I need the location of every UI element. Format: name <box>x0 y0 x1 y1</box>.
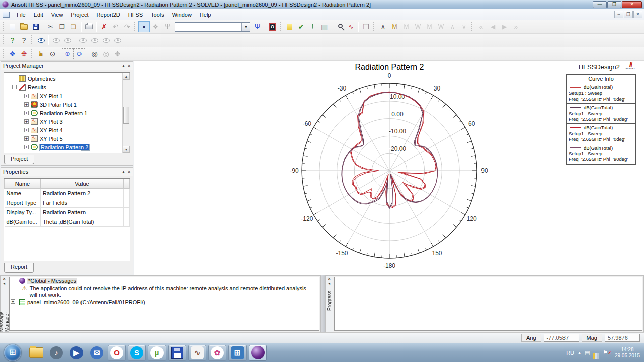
marker-min-button[interactable]: W <box>412 21 424 32</box>
close-button[interactable]: ✕ <box>622 1 642 8</box>
expand-icon[interactable]: + <box>24 136 29 141</box>
help-topics-button[interactable]: ? <box>7 35 18 46</box>
taskbar-item-volume[interactable]: ♪ <box>47 345 65 361</box>
hide-selection-button[interactable] <box>50 35 62 46</box>
taskbar-item-utorrent[interactable]: µ <box>148 345 166 361</box>
toolbar-grip[interactable] <box>3 35 5 45</box>
model-tree-button[interactable]: Ψ <box>252 21 263 32</box>
tab-report[interactable]: Report <box>4 263 34 273</box>
toolbar-grip[interactable] <box>471 22 474 32</box>
property-value[interactable]: Radiation Pattern 2 <box>41 188 124 198</box>
render-shaded-button[interactable]: ❉ <box>18 48 30 59</box>
view-visibility-button[interactable] <box>35 35 47 46</box>
collapse-icon[interactable]: - <box>12 85 17 89</box>
zoom-in-button[interactable]: ⊕ <box>62 48 73 59</box>
zoom-report-button[interactable] <box>334 21 345 32</box>
expand-icon[interactable]: + <box>11 299 15 304</box>
new-button[interactable] <box>7 21 18 32</box>
taskbar-item-explorer[interactable] <box>27 345 45 361</box>
panel-close-icon[interactable]: ✕ <box>127 64 131 68</box>
view-option-1-button[interactable] <box>77 35 89 46</box>
open-button[interactable] <box>18 21 30 32</box>
expand-icon[interactable]: + <box>24 128 29 132</box>
tree-scrollbar[interactable]: ▲ ▼ <box>122 73 130 153</box>
panel-collapse-icon[interactable]: ▲ <box>121 64 125 68</box>
mdi-minimize-button[interactable]: – <box>614 11 623 18</box>
taskbar-item-hfss[interactable] <box>249 345 267 361</box>
global-messages-label[interactable]: *Global - Messages <box>27 278 77 284</box>
paste-button[interactable]: ❑ <box>68 21 79 32</box>
expand-icon[interactable]: + <box>24 102 29 107</box>
action-center-icon[interactable]: ▤ <box>585 349 590 356</box>
tree-item-radiation-pattern-1[interactable]: +Radiation Pattern 1 <box>5 109 130 117</box>
toolbar-grip[interactable] <box>31 49 34 59</box>
select-edge-button[interactable]: Ψ <box>162 21 173 32</box>
taskbar-item-sketch-app[interactable]: ∿ <box>188 345 206 361</box>
combo-value[interactable] <box>175 23 242 31</box>
minimize-button[interactable]: — <box>593 1 607 8</box>
taskbar-item-paint-app[interactable]: ✿ <box>208 345 226 361</box>
selection-combo[interactable]: ▼ <box>175 22 250 32</box>
tree-item-xy-plot-5[interactable]: +XY Plot 5 <box>5 134 130 143</box>
flag-icon[interactable]: ⚑✗ <box>603 349 611 356</box>
menu-edit[interactable]: Edit <box>30 11 47 19</box>
pan-button[interactable]: ☛ <box>35 48 47 59</box>
dock-close-icon[interactable]: ✕ <box>3 277 6 281</box>
toolbar-grip[interactable] <box>373 22 376 32</box>
tree-item-radiation-pattern-2[interactable]: +Radiation Pattern 2 <box>5 143 130 151</box>
menu-tools[interactable]: Tools <box>147 11 168 19</box>
validate-button[interactable] <box>284 21 295 32</box>
menu-hfss[interactable]: HFSS <box>124 11 147 19</box>
nav-first-button[interactable]: « <box>475 21 487 32</box>
taskbar-item-media-player[interactable]: ▶ <box>67 345 86 361</box>
menu-view[interactable]: View <box>47 11 67 19</box>
dock-pin-icon[interactable]: ◂ <box>328 281 330 286</box>
project-messages-label[interactable]: panel_mimo2600_09 (C:/Antenn/Fail/01PROF… <box>27 299 145 306</box>
save-button[interactable] <box>30 21 41 32</box>
marker-valley-button[interactable]: W <box>435 21 447 32</box>
context-help-button[interactable]: ? <box>18 35 30 46</box>
nav-prev-button[interactable]: ◀ <box>487 21 499 32</box>
nav-last-button[interactable]: » <box>510 21 522 32</box>
taskbar-item-mail[interactable]: ✉ <box>88 345 106 361</box>
clock[interactable]: 14:28 29.05.2015 <box>615 347 640 359</box>
analyze-button[interactable]: ! <box>307 21 318 32</box>
taskbar-item-opera[interactable]: O <box>108 345 126 361</box>
toolbar-grip[interactable] <box>3 49 5 59</box>
orient-button[interactable]: ✥ <box>112 48 123 59</box>
rotate-button[interactable]: ⊙ <box>47 48 58 59</box>
property-row[interactable]: Display Ty...Radiation Pattern <box>5 207 130 217</box>
marker-max-button[interactable]: ∧ <box>377 21 389 32</box>
solution-data-button[interactable]: ▥ <box>318 21 330 32</box>
menu-project[interactable]: Project <box>67 11 92 19</box>
delete-button[interactable]: ✗ <box>98 21 110 32</box>
toolbar-grip[interactable] <box>134 22 137 32</box>
scroll-up-icon[interactable]: ▲ <box>123 73 130 80</box>
network-icon[interactable] <box>593 353 599 359</box>
menu-report2d[interactable]: Report2D <box>93 11 124 19</box>
property-row[interactable]: Report TypeFar Fields <box>5 198 130 207</box>
print-button[interactable] <box>83 21 95 32</box>
property-value[interactable]: Radiation Pattern <box>41 207 124 217</box>
collapse-icon[interactable]: - <box>11 278 15 282</box>
taskbar-item-save-app[interactable] <box>168 345 186 361</box>
expand-icon[interactable]: + <box>24 119 29 124</box>
marker-up-button[interactable]: ∧ <box>447 21 458 32</box>
dock-splitter[interactable] <box>321 275 325 332</box>
toolbar-grip[interactable] <box>280 22 282 32</box>
property-value[interactable]: Far Fields <box>41 198 124 207</box>
scroll-down-icon[interactable]: ▼ <box>123 146 130 153</box>
zoom-window-button[interactable]: ◎ <box>89 48 100 59</box>
property-row[interactable]: NameRadiation Pattern 2 <box>5 188 130 198</box>
expand-icon[interactable]: + <box>24 94 29 98</box>
tree-item-3d-polar-plot-1[interactable]: +3D Polar Plot 1 <box>5 100 130 109</box>
cut-button[interactable]: ✂ <box>45 21 56 32</box>
create-report-button[interactable]: ∿ <box>345 21 357 32</box>
taskbar-item-skype[interactable]: S <box>128 345 146 361</box>
view-option-4-button[interactable] <box>112 35 123 46</box>
marker-allmax-button[interactable]: M <box>389 21 400 32</box>
panel-close-icon[interactable]: ✕ <box>127 170 131 174</box>
menu-help[interactable]: Help <box>196 11 215 19</box>
taskbar-item-scanner-app[interactable]: ⊞ <box>228 345 247 361</box>
marker-max2-button[interactable]: M <box>400 21 412 32</box>
